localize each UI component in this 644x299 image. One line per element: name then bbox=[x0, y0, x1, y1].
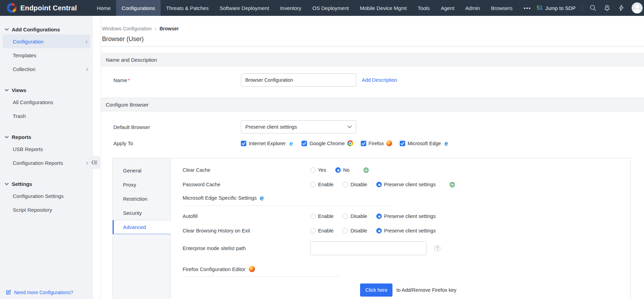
radio-selected-icon bbox=[335, 167, 341, 173]
name-label: Name* bbox=[113, 77, 241, 83]
sidebar-collapse-toggle[interactable] bbox=[89, 156, 100, 169]
chevron-down-icon bbox=[5, 28, 9, 31]
clear-cache-option-no[interactable]: No bbox=[335, 167, 350, 173]
password-cache-option-preserve[interactable]: Preserve client settings bbox=[376, 182, 436, 187]
nav-more-icon[interactable]: ••• bbox=[518, 0, 537, 16]
jump-to-sdp-button[interactable]: 51 Jump to SDP bbox=[536, 5, 575, 11]
browser-checkbox-group: Internet Explorer e Google Chrome Firefo… bbox=[241, 140, 449, 146]
sidebar-item-collection[interactable]: Collection › bbox=[0, 62, 93, 76]
sidebar-item-configuration-settings[interactable]: Configuration Settings bbox=[0, 189, 93, 203]
radio-selected-icon bbox=[376, 213, 382, 219]
apply-to-internet-explorer[interactable]: Internet Explorer e bbox=[241, 140, 294, 146]
nav-item-configurations[interactable]: Configurations bbox=[116, 0, 161, 16]
autofill-option-enable[interactable]: Enable bbox=[310, 213, 334, 219]
default-browser-row: Default Browser Preserve client settings bbox=[113, 120, 644, 133]
section-header-name-description: Name and Description bbox=[101, 53, 644, 67]
sidebar-item-all-configurations[interactable]: All Configurations bbox=[0, 95, 93, 109]
nav-item-inventory[interactable]: Inventory bbox=[275, 0, 307, 16]
name-row: Name* Add Description bbox=[113, 73, 644, 87]
nav-item-software-deployment[interactable]: Software Deployment bbox=[214, 0, 274, 16]
default-browser-select[interactable]: Preserve client settings bbox=[241, 120, 356, 133]
sidebar-item-script-repository[interactable]: Script Repository bbox=[0, 203, 93, 217]
internet-explorer-icon: e bbox=[288, 140, 294, 146]
apply-to-microsoft-edge[interactable]: Microsoft Edge e bbox=[400, 140, 449, 146]
tab-restriction[interactable]: Restriction bbox=[113, 192, 170, 206]
tab-security[interactable]: Security bbox=[113, 206, 170, 220]
sidebar-item-configuration-reports[interactable]: Configuration Reports › bbox=[0, 156, 93, 170]
sidebar-item-templates[interactable]: Templates bbox=[0, 48, 93, 62]
nav-item-browsers[interactable]: Browsers bbox=[485, 0, 518, 16]
clear-history-option-enable[interactable]: Enable bbox=[310, 228, 334, 233]
nav-item-admin[interactable]: Admin bbox=[460, 0, 486, 16]
name-input[interactable] bbox=[241, 73, 356, 87]
add-description-link[interactable]: Add Description bbox=[362, 77, 397, 83]
per-browser-globe-icon[interactable] bbox=[449, 182, 455, 188]
chevron-down-icon bbox=[347, 126, 352, 128]
chrome-icon bbox=[347, 140, 353, 146]
password-cache-option-enable[interactable]: Enable bbox=[310, 182, 334, 187]
search-icon[interactable] bbox=[589, 4, 597, 12]
tab-general[interactable]: General bbox=[113, 163, 170, 178]
top-navbar: Endpoint Central Home Configurations Thr… bbox=[0, 0, 644, 16]
default-browser-label: Default Browser bbox=[113, 124, 241, 130]
edit-icon bbox=[6, 289, 11, 295]
firefox-configuration-editor-heading: Firefox Configuration Editor bbox=[183, 266, 339, 277]
settings-tabs: General Proxy Restriction Security Advan… bbox=[113, 158, 171, 299]
sidebar-header-add-configurations[interactable]: Add Configurations bbox=[0, 24, 93, 34]
help-icon[interactable]: ? bbox=[434, 245, 440, 251]
breadcrumb-separator-icon: › bbox=[155, 26, 156, 31]
sidebar-item-trash[interactable]: Trash bbox=[0, 109, 93, 123]
notifications-bell-icon[interactable] bbox=[603, 4, 611, 12]
need-more-configurations-link[interactable]: Need more Configurations? bbox=[6, 289, 73, 295]
nav-item-mobile-device-mgmt[interactable]: Mobile Device Mgmt bbox=[354, 0, 412, 16]
apply-to-row: Apply To Internet Explorer e Google Chro… bbox=[113, 140, 644, 146]
collapse-menu-icon bbox=[91, 160, 98, 165]
content-shell: Add Configurations Configuration › Templ… bbox=[0, 16, 644, 299]
apply-to-google-chrome[interactable]: Google Chrome bbox=[301, 140, 353, 146]
sidebar-header-views[interactable]: Views bbox=[0, 85, 93, 95]
chevron-down-icon bbox=[5, 89, 9, 91]
edge-icon: e bbox=[260, 194, 264, 201]
tab-proxy[interactable]: Proxy bbox=[113, 178, 170, 192]
autofill-options: Enable Disable Preserve client settings bbox=[310, 213, 436, 219]
apply-to-firefox[interactable]: Firefox bbox=[361, 140, 392, 146]
title-divider bbox=[101, 46, 644, 47]
quick-actions-bolt-icon[interactable] bbox=[617, 4, 625, 12]
brand[interactable]: Endpoint Central bbox=[0, 3, 91, 13]
clear-cache-row: Clear Cache Yes No bbox=[183, 163, 630, 177]
sidebar-header-reports[interactable]: Reports bbox=[0, 132, 93, 142]
nav-item-tools[interactable]: Tools bbox=[412, 0, 435, 16]
password-cache-option-disable[interactable]: Disable bbox=[343, 182, 367, 187]
autofill-option-preserve[interactable]: Preserve client settings bbox=[376, 213, 436, 219]
sidebar-section-reports: Reports USB Reports Configuration Report… bbox=[0, 132, 93, 170]
nav-item-threats-patches[interactable]: Threats & Patches bbox=[161, 0, 214, 16]
radio-unselected-icon bbox=[310, 213, 316, 219]
tab-advanced[interactable]: Advanced bbox=[113, 220, 171, 234]
enterprise-sitelist-input[interactable] bbox=[310, 241, 427, 255]
clear-cache-option-yes[interactable]: Yes bbox=[310, 167, 326, 173]
chevron-down-icon bbox=[5, 136, 9, 138]
sidebar-item-usb-reports[interactable]: USB Reports bbox=[0, 142, 93, 156]
password-cache-label: Password Cache bbox=[183, 182, 310, 187]
click-here-button[interactable]: Click here bbox=[360, 283, 392, 297]
browser-settings-panel: General Proxy Restriction Security Advan… bbox=[112, 158, 631, 299]
user-avatar[interactable] bbox=[632, 2, 643, 13]
sidebar-item-configuration[interactable]: Configuration › bbox=[3, 34, 90, 48]
radio-unselected-icon bbox=[310, 167, 316, 173]
radio-unselected-icon bbox=[343, 228, 348, 233]
clear-history-option-preserve[interactable]: Preserve client settings bbox=[376, 228, 436, 233]
radio-unselected-icon bbox=[310, 228, 316, 233]
nav-item-home[interactable]: Home bbox=[91, 0, 116, 16]
nav-item-agent[interactable]: Agent bbox=[435, 0, 460, 16]
sidebar-header-settings[interactable]: Settings bbox=[0, 179, 93, 189]
nav-item-os-deployment[interactable]: OS Deployment bbox=[307, 0, 355, 16]
firefox-icon bbox=[249, 266, 255, 272]
radio-selected-icon bbox=[376, 228, 382, 233]
autofill-option-disable[interactable]: Disable bbox=[343, 213, 367, 219]
password-cache-row: Password Cache Enable Disable bbox=[183, 177, 630, 192]
clear-history-option-disable[interactable]: Disable bbox=[343, 228, 367, 233]
breadcrumb-parent[interactable]: Windows Configuration bbox=[102, 26, 152, 31]
per-browser-globe-icon[interactable] bbox=[363, 167, 369, 173]
firefox-key-suffix: to Add/Remove Firefox key bbox=[396, 287, 456, 293]
sidebar: Add Configurations Configuration › Templ… bbox=[0, 16, 101, 299]
